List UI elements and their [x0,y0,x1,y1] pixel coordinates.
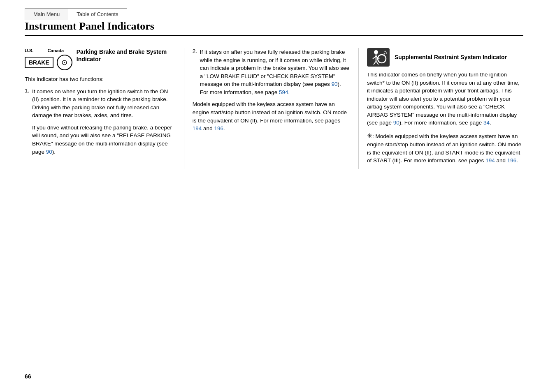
srs-body-text: This indicator comes on briefly when you… [367,71,523,127]
srs-icon [367,48,390,67]
main-menu-tab[interactable]: Main Menu [25,8,68,20]
indicator-header: U.S. Canada BRAKE ⊙ Parking Brake and Br… [25,48,176,70]
content-columns: U.S. Canada BRAKE ⊙ Parking Brake and Br… [25,48,523,169]
page-196-link-1[interactable]: 196 [214,125,223,131]
page-194-link-2[interactable]: 194 [485,157,495,164]
item2-text: If it stays on after you have fully rele… [200,48,350,96]
page-34-link[interactable]: 34 [483,120,490,126]
srs-asterisk-note: ✳: Models equipped with the keyless acce… [367,131,523,165]
svg-point-10 [384,53,385,55]
col-middle: 2. If it stays on after you have fully r… [184,48,359,169]
page-number: 66 [25,373,31,380]
item2-number: 2. [193,48,200,96]
models-text-middle: Models equipped with the keyless access … [193,100,350,132]
us-canada-row: U.S. Canada [25,48,72,53]
page-title: Instrument Panel Indicators [25,20,523,32]
page-90-link-2[interactable]: 90 [332,81,338,87]
toc-tab[interactable]: Table of Contents [68,8,127,20]
page-90-link-3[interactable]: 90 [393,120,399,126]
col-left: U.S. Canada BRAKE ⊙ Parking Brake and Br… [25,48,184,169]
canada-label: Canada [47,48,64,53]
brake-indicator-box: BRAKE [25,57,53,68]
nav-tabs: Main Menu Table of Contents [25,8,523,20]
brake-circle-icon: ⊙ [57,55,72,70]
brake-item-1: 1. It comes on when you turn the ignitio… [25,88,176,120]
srs-title: Supplemental Restraint System Indicator [395,53,507,61]
asterisk-symbol: ✳ [367,132,372,139]
brake-intro-text: This indicator has two functions: [25,75,176,83]
srs-header: Supplemental Restraint System Indicator [367,48,523,67]
svg-point-8 [385,51,386,52]
page-194-link-1[interactable]: 194 [193,125,202,131]
item1-number: 1. [25,88,32,120]
item1-text: It comes on when you turn the ignition s… [32,88,176,120]
brake-item1-continuation: If you drive without releasing the parki… [25,124,176,156]
page-196-link-2[interactable]: 196 [507,157,517,164]
page-wrapper: Main Menu Table of Contents Instrument P… [0,0,548,392]
svg-point-9 [386,53,387,54]
svg-point-1 [374,50,378,54]
brake-item-2: 2. If it stays on after you have fully r… [193,48,350,96]
page-90-link-1[interactable]: 90 [46,149,52,155]
item1-end: ). [52,149,56,155]
us-label: U.S. [25,48,33,53]
col-right: Supplemental Restraint System Indicator … [359,48,523,169]
page-594-link[interactable]: 594 [279,89,288,95]
indicator-title-row: Parking Brake and Brake System Indicator [77,48,176,63]
page-title-section: Instrument Panel Indicators [25,20,523,36]
brake-indicator-title: Parking Brake and Brake System Indicator [77,48,176,63]
